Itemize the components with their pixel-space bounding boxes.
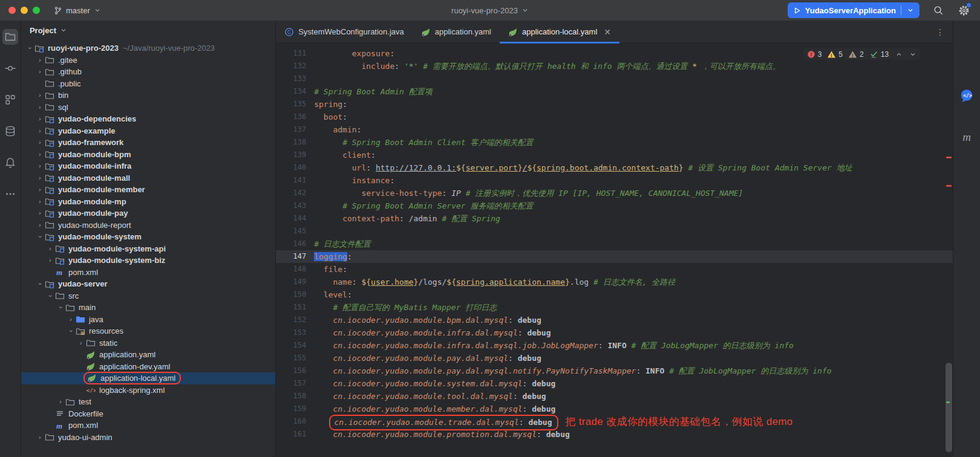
tree-item-application-yaml[interactable]: ›application.yaml [21,349,275,361]
tree-item-pom-xml[interactable]: ›mpom.xml [21,267,275,279]
tree-item-ruoyi-vue-pro-2023[interactable]: ›ruoyi-vue-pro-2023~/Java/ruoyi-vue-pro-… [21,42,275,54]
tree-item-sql[interactable]: ›sql [21,102,275,114]
tree-item-yudao-server[interactable]: ›yudao-server [21,278,275,290]
chevron-collapsed-icon[interactable]: › [35,151,45,158]
tree-item-static[interactable]: ›static [21,337,275,349]
tree-item--gitee[interactable]: ›.gitee [21,54,275,66]
tool-notifications[interactable] [2,155,18,170]
tree-item--public[interactable]: ›.public [21,78,275,90]
tree-item-yudao-module-member[interactable]: ›yudao-module-member [21,184,275,196]
error-stripe-mark[interactable] [946,157,952,158]
code-line-156[interactable]: 156 cn.iocoder.yudao.module.pay.dal.mysq… [276,365,953,377]
tool-commit[interactable] [2,60,18,76]
tree-item-bin[interactable]: ›bin [21,89,275,102]
tab-options-icon[interactable]: ⋮ [927,21,953,43]
chevron-collapsed-icon[interactable]: › [56,398,65,405]
editor-body[interactable]: 131 exposure:132 include: '*' # 需要开放的端点。… [276,44,953,457]
previous-problem-icon[interactable] [895,51,903,58]
code-line-149[interactable]: 149 name: ${user.home}/logs/${spring.app… [276,276,953,288]
minimize-window-button[interactable] [21,7,28,14]
tree-item-java[interactable]: ›java [21,314,275,326]
code-line-139[interactable]: 139 client: [276,149,953,161]
code-line-146[interactable]: 146# 日志文件配置 [276,238,953,250]
chevron-collapsed-icon[interactable]: › [35,139,45,146]
run-configuration-dropdown[interactable] [904,7,917,14]
code-line-141[interactable]: 141 instance: [276,174,953,187]
chevron-collapsed-icon[interactable]: › [35,163,45,169]
search-everywhere-button[interactable] [932,4,945,17]
inspections-widget[interactable]: !3!5!213 [803,48,920,60]
code-line-148[interactable]: 148 file: [276,263,953,276]
tree-item-yudao-module-mall[interactable]: ›yudao-module-mall [21,172,275,184]
tree-item-yudao-module-pay[interactable]: ›yudao-module-pay [21,207,275,219]
tool-more[interactable] [2,186,18,202]
tree-item-yudao-module-system[interactable]: ›yudao-module-system [21,231,275,243]
chevron-collapsed-icon[interactable]: › [35,68,45,75]
chevron-collapsed-icon[interactable]: › [35,128,45,134]
git-branch-widget[interactable]: master [53,6,101,15]
tree-item-dockerfile[interactable]: ›Dockerfile [21,408,275,420]
code-line-161[interactable]: 161 cn.iocoder.yudao.module.promotion.da… [276,428,953,441]
inspection-weak-warning[interactable]: !2 [848,50,864,59]
tree-item-yudao-module-infra[interactable]: ›yudao-module-infra [21,160,275,172]
code-line-133[interactable]: 133 [276,73,953,85]
chevron-collapsed-icon[interactable]: › [35,210,45,216]
chevron-collapsed-icon[interactable]: › [45,257,55,264]
editor-tab-systemwebconfiguration-java[interactable]: CSystemWebConfiguration.java [276,21,413,43]
chevron-collapsed-icon[interactable]: › [45,245,55,252]
tree-item-pom-xml[interactable]: ›mpom.xml [21,420,275,432]
inspection-warning[interactable]: !5 [827,50,843,59]
tree-item-yudao-example[interactable]: ›yudao-example [21,125,275,137]
run-configuration-widget[interactable]: YudaoServerApplication [788,2,920,18]
tree-item-src[interactable]: ›src [21,290,275,302]
tool-project[interactable] [2,29,18,45]
code-line-137[interactable]: 137 admin: [276,123,953,136]
inspection-error[interactable]: !3 [807,50,822,59]
close-tab-icon[interactable]: ✕ [604,27,611,37]
tree-item-yudao-module-system-api[interactable]: ›yudao-module-system-api [21,243,275,255]
tree-item-yudao-ui-admin[interactable]: ›yudao-ui-admin [21,432,275,444]
tool-maven[interactable]: m [962,131,971,144]
tool-database[interactable] [2,123,18,139]
code-line-152[interactable]: 152 cn.iocoder.yudao.module.bpm.dal.mysq… [276,314,953,326]
code-line-132[interactable]: 132 include: '*' # 需要开放的端点。默认值只打开 health… [276,60,953,73]
code-line-145[interactable]: 145 [276,225,953,238]
editor-tab-application-local-yaml[interactable]: application-local.yaml✕ [500,21,619,43]
code-line-158[interactable]: 158 cn.iocoder.yudao.module.tool.dal.mys… [276,390,953,403]
code-line-134[interactable]: 134# Spring Boot Admin 配置项 [276,85,953,98]
code-line-142[interactable]: 142 service-host-type: IP # 注册实例时，优先使用 I… [276,187,953,199]
code-line-151[interactable]: 151 # 配置自己写的 MyBatis Mapper 打印日志 [276,301,953,314]
chevron-expanded-icon[interactable]: › [36,232,43,242]
error-stripe-mark[interactable] [946,185,952,187]
chevron-expanded-icon[interactable]: › [57,303,64,313]
tree-item-yudao-dependencies[interactable]: ›yudao-dependencies [21,113,275,125]
code-line-155[interactable]: 155 cn.iocoder.yudao.module.pay.dal.mysq… [276,352,953,365]
settings-button[interactable] [957,4,970,17]
code-line-138[interactable]: 138 # Spring Boot Admin Client 客户端的相关配置 [276,136,953,149]
chevron-collapsed-icon[interactable]: › [66,316,76,323]
chevron-collapsed-icon[interactable]: › [35,115,45,122]
chevron-collapsed-icon[interactable]: › [35,175,45,181]
chevron-expanded-icon[interactable]: › [26,44,33,53]
tree-item-logback-spring-xml[interactable]: ›</>logback-spring.xml [21,384,275,397]
tool-ai-assistant[interactable]: </> [959,88,975,104]
close-window-button[interactable] [8,7,16,14]
code-line-159[interactable]: 159 cn.iocoder.yudao.module.member.dal.m… [276,403,953,415]
code-line-140[interactable]: 140 url: http://127.0.0.1:${server.port}… [276,161,953,174]
code-line-153[interactable]: 153 cn.iocoder.yudao.module.infra.dal.my… [276,326,953,339]
tree-item-yudao-module-report[interactable]: ›yudao-module-report [21,219,275,232]
tool-structure[interactable] [2,92,18,108]
scrollbar-thumb[interactable] [946,363,952,452]
chevron-expanded-icon[interactable]: › [67,326,74,336]
tree-item-application-dev-yaml[interactable]: ›application-dev.yaml [21,361,275,373]
code-line-147[interactable]: 147logging: [276,250,953,263]
chevron-expanded-icon[interactable]: › [36,279,43,289]
tree-item-yudao-module-bpm[interactable]: ›yudao-module-bpm [21,149,275,161]
tree-item-main[interactable]: ›main [21,302,275,314]
inspection-typo-ok[interactable]: 13 [869,50,889,59]
tree-item-application-local-yaml[interactable]: ›application-local.yaml [21,372,275,384]
chevron-collapsed-icon[interactable]: › [35,186,45,193]
next-problem-icon[interactable] [909,51,916,58]
tree-item-resources[interactable]: ›resources [21,325,275,337]
chevron-down-icon[interactable] [60,27,67,34]
